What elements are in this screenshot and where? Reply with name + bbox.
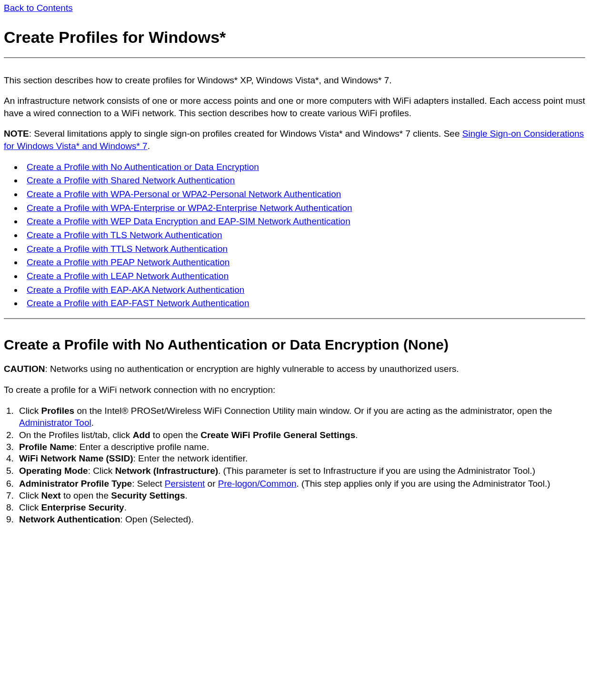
step-item: Click Next to open the Security Settings… [16,490,585,501]
step-item: Click Enterprise Security. [16,502,585,513]
page-title: Create Profiles for Windows* [4,27,585,49]
step-item: On the Profiles list/tab, click Add to o… [16,430,585,441]
caution-label: CAUTION [4,364,45,374]
list-item: Create a Profile with TLS Network Authen… [23,229,585,241]
step-item: Operating Mode: Click Network (Infrastru… [16,465,585,477]
section-title: Create a Profile with No Authentication … [4,335,585,355]
caution-text: : Networks using no authentication or en… [45,364,459,374]
note-label: NOTE [4,129,29,139]
profile-link[interactable]: Create a Profile with Shared Network Aut… [27,175,235,185]
list-item: Create a Profile with LEAP Network Authe… [23,270,585,282]
list-item: Create a Profile with No Authentication … [23,161,585,173]
intro-paragraph-2: An infrastructure network consists of on… [4,95,585,119]
back-to-contents-link[interactable]: Back to Contents [4,2,73,14]
list-item: Create a Profile with Shared Network Aut… [23,174,585,187]
profile-link[interactable]: Create a Profile with EAP-FAST Network A… [27,298,249,308]
note-paragraph: NOTE: Several limitations apply to singl… [4,128,585,152]
profile-link[interactable]: Create a Profile with EAP-AKA Network Au… [27,285,244,295]
step-item: WiFi Network Name (SSID): Enter the netw… [16,453,585,464]
profile-link[interactable]: Create a Profile with WPA-Personal or WP… [27,189,341,199]
profile-link[interactable]: Create a Profile with PEAP Network Authe… [27,257,230,267]
step-item: Network Authentication: Open (Selected). [16,514,585,525]
profile-link[interactable]: Create a Profile with LEAP Network Authe… [27,271,229,281]
profile-links-list: Create a Profile with No Authentication … [23,161,585,310]
administrator-tool-link[interactable]: Administrator Tool [19,418,91,428]
profile-link[interactable]: Create a Profile with TLS Network Authen… [27,230,222,240]
step-item: Administrator Profile Type: Select Persi… [16,478,585,490]
steps-list: Click Profiles on the Intel® PROSet/Wire… [16,405,585,525]
step-item: Click Profiles on the Intel® PROSet/Wire… [16,405,585,429]
list-item: Create a Profile with TTLS Network Authe… [23,243,585,255]
list-item: Create a Profile with PEAP Network Authe… [23,256,585,269]
persistent-link[interactable]: Persistent [165,479,205,489]
list-item: Create a Profile with WPA-Enterprise or … [23,202,585,214]
caution-paragraph: CAUTION: Networks using no authenticatio… [4,363,585,375]
profile-link[interactable]: Create a Profile with No Authentication … [27,162,259,172]
note-text-2: . [148,141,150,151]
steps-intro: To create a profile for a WiFi network c… [4,384,585,396]
list-item: Create a Profile with WPA-Personal or WP… [23,188,585,200]
list-item: Create a Profile with EAP-AKA Network Au… [23,284,585,296]
divider [4,318,585,319]
profile-link[interactable]: Create a Profile with WPA-Enterprise or … [27,203,352,213]
prelogon-common-link[interactable]: Pre-logon/Common [218,479,297,489]
step-item: Profile Name: Enter a descriptive profil… [16,441,585,453]
profile-link[interactable]: Create a Profile with WEP Data Encryptio… [27,216,350,226]
list-item: Create a Profile with WEP Data Encryptio… [23,215,585,228]
divider [4,57,585,58]
profile-link[interactable]: Create a Profile with TTLS Network Authe… [27,244,228,254]
list-item: Create a Profile with EAP-FAST Network A… [23,297,585,310]
note-text-1: : Several limitations apply to single si… [29,129,462,139]
intro-paragraph-1: This section describes how to create pro… [4,74,585,87]
